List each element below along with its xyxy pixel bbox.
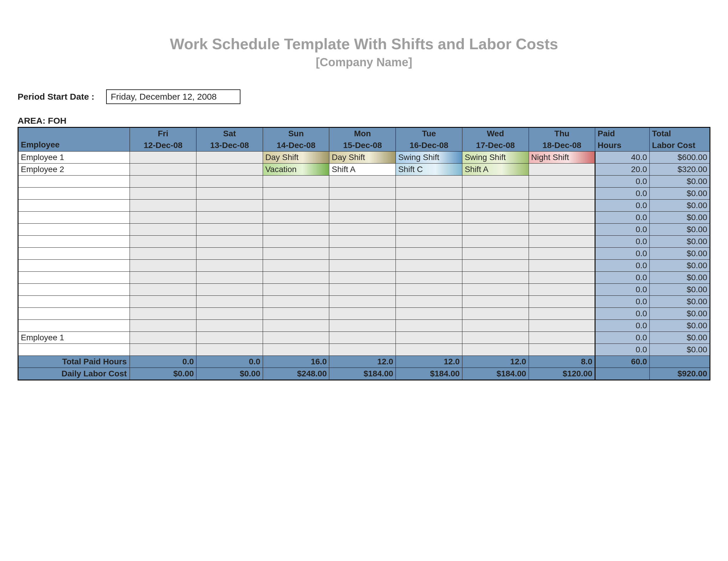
schedule-cell[interactable] <box>462 320 529 332</box>
schedule-cell[interactable] <box>529 164 595 176</box>
schedule-cell[interactable] <box>329 344 396 356</box>
employee-name-cell[interactable] <box>18 212 130 224</box>
employee-name-cell[interactable] <box>18 284 130 296</box>
schedule-cell[interactable] <box>529 260 595 272</box>
schedule-cell[interactable] <box>462 308 529 320</box>
employee-name-cell[interactable] <box>18 260 130 272</box>
schedule-cell[interactable] <box>396 308 462 320</box>
schedule-cell[interactable] <box>196 236 263 248</box>
schedule-cell[interactable] <box>263 176 329 188</box>
schedule-cell[interactable] <box>396 332 462 344</box>
employee-name-cell[interactable] <box>18 188 130 200</box>
schedule-cell[interactable] <box>196 200 263 212</box>
schedule-cell[interactable] <box>529 236 595 248</box>
schedule-cell[interactable]: Shift A <box>462 164 529 176</box>
schedule-cell[interactable] <box>529 272 595 284</box>
schedule-cell[interactable] <box>529 224 595 236</box>
schedule-cell[interactable] <box>196 308 263 320</box>
schedule-cell[interactable] <box>529 176 595 188</box>
schedule-cell[interactable] <box>130 164 196 176</box>
employee-name-cell[interactable] <box>18 224 130 236</box>
schedule-cell[interactable] <box>263 248 329 260</box>
schedule-cell[interactable] <box>329 224 396 236</box>
schedule-cell[interactable] <box>396 260 462 272</box>
schedule-cell[interactable] <box>263 188 329 200</box>
schedule-cell[interactable]: Swing Shift <box>462 152 529 164</box>
schedule-cell[interactable] <box>196 176 263 188</box>
schedule-cell[interactable] <box>462 212 529 224</box>
schedule-cell[interactable] <box>196 260 263 272</box>
schedule-cell[interactable] <box>130 284 196 296</box>
schedule-cell[interactable] <box>529 344 595 356</box>
schedule-cell[interactable] <box>396 200 462 212</box>
schedule-cell[interactable]: Day Shift <box>329 152 396 164</box>
schedule-cell[interactable] <box>396 272 462 284</box>
schedule-cell[interactable] <box>130 248 196 260</box>
schedule-cell[interactable] <box>329 212 396 224</box>
schedule-cell[interactable] <box>462 344 529 356</box>
schedule-cell[interactable] <box>196 212 263 224</box>
schedule-cell[interactable] <box>130 260 196 272</box>
schedule-cell[interactable] <box>529 200 595 212</box>
schedule-cell[interactable] <box>130 200 196 212</box>
schedule-cell[interactable] <box>529 212 595 224</box>
schedule-cell[interactable] <box>462 260 529 272</box>
schedule-cell[interactable] <box>130 236 196 248</box>
schedule-cell[interactable] <box>196 188 263 200</box>
schedule-cell[interactable]: Vacation <box>263 164 329 176</box>
schedule-cell[interactable]: Night Shift <box>529 152 595 164</box>
schedule-cell[interactable] <box>263 224 329 236</box>
schedule-cell[interactable] <box>529 188 595 200</box>
schedule-cell[interactable] <box>130 152 196 164</box>
employee-name-cell[interactable] <box>18 236 130 248</box>
schedule-cell[interactable] <box>263 308 329 320</box>
schedule-cell[interactable] <box>329 260 396 272</box>
schedule-cell[interactable] <box>196 164 263 176</box>
schedule-cell[interactable] <box>329 296 396 308</box>
schedule-cell[interactable] <box>196 296 263 308</box>
schedule-cell[interactable] <box>462 176 529 188</box>
schedule-cell[interactable] <box>130 332 196 344</box>
schedule-cell[interactable]: Shift A <box>329 164 396 176</box>
schedule-cell[interactable] <box>130 296 196 308</box>
schedule-cell[interactable] <box>196 248 263 260</box>
schedule-cell[interactable] <box>196 332 263 344</box>
schedule-cell[interactable] <box>263 296 329 308</box>
schedule-cell[interactable] <box>462 188 529 200</box>
schedule-cell[interactable] <box>462 332 529 344</box>
schedule-cell[interactable] <box>396 284 462 296</box>
schedule-cell[interactable] <box>396 320 462 332</box>
schedule-cell[interactable]: Shift C <box>396 164 462 176</box>
schedule-cell[interactable]: Swing Shift <box>396 152 462 164</box>
schedule-cell[interactable] <box>329 188 396 200</box>
schedule-cell[interactable] <box>396 344 462 356</box>
employee-name-cell[interactable] <box>18 308 130 320</box>
schedule-cell[interactable] <box>130 176 196 188</box>
schedule-cell[interactable] <box>130 272 196 284</box>
schedule-cell[interactable] <box>329 320 396 332</box>
employee-name-cell[interactable] <box>18 248 130 260</box>
schedule-cell[interactable] <box>462 284 529 296</box>
schedule-cell[interactable] <box>396 224 462 236</box>
schedule-cell[interactable] <box>396 176 462 188</box>
schedule-cell[interactable] <box>196 152 263 164</box>
period-start-value[interactable]: Friday, December 12, 2008 <box>106 89 240 104</box>
schedule-cell[interactable] <box>263 332 329 344</box>
schedule-cell[interactable] <box>130 188 196 200</box>
schedule-cell[interactable] <box>263 344 329 356</box>
schedule-cell[interactable] <box>130 308 196 320</box>
schedule-cell[interactable] <box>263 260 329 272</box>
schedule-cell[interactable] <box>196 284 263 296</box>
schedule-cell[interactable] <box>130 212 196 224</box>
schedule-cell[interactable] <box>529 248 595 260</box>
schedule-cell[interactable] <box>396 212 462 224</box>
employee-name-cell[interactable] <box>18 176 130 188</box>
schedule-cell[interactable] <box>130 320 196 332</box>
schedule-cell[interactable] <box>196 344 263 356</box>
schedule-cell[interactable] <box>462 200 529 212</box>
schedule-cell[interactable] <box>196 320 263 332</box>
schedule-cell[interactable] <box>329 308 396 320</box>
schedule-cell[interactable] <box>329 200 396 212</box>
schedule-cell[interactable] <box>462 224 529 236</box>
schedule-cell[interactable] <box>462 248 529 260</box>
